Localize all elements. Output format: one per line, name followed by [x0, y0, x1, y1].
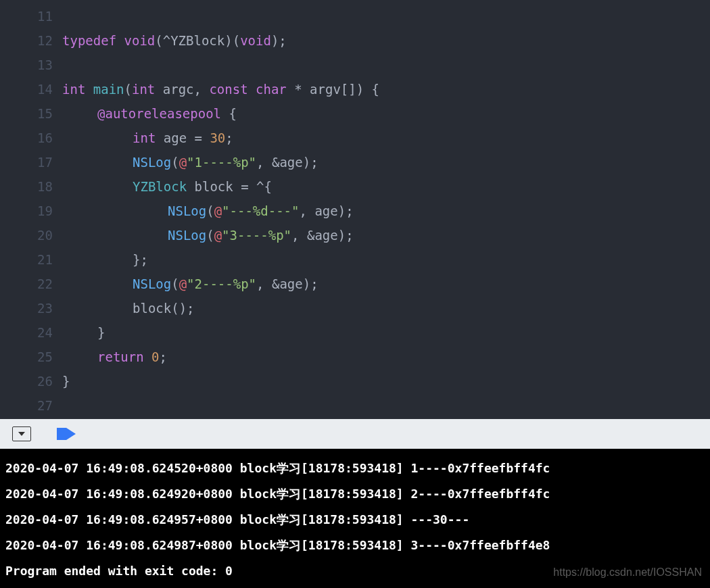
line-number: 15: [0, 101, 53, 126]
chevron-down-icon: [18, 432, 25, 436]
code-line[interactable]: };: [62, 247, 710, 272]
code-line[interactable]: int age = 30;: [62, 126, 710, 150]
code-line[interactable]: typedef void(^YZBlock)(void);: [62, 28, 710, 53]
code-editor[interactable]: 1112131415161718192021222324252627 typed…: [0, 0, 710, 419]
code-line[interactable]: NSLog(@"2----%p", &age);: [62, 272, 710, 296]
line-number: 27: [0, 393, 53, 418]
console-line: 2020-04-07 16:49:08.624520+0800 block学习[…: [5, 456, 705, 481]
line-number: 16: [0, 126, 53, 150]
code-line[interactable]: return 0;: [62, 345, 710, 369]
line-number: 21: [0, 247, 53, 272]
code-line[interactable]: [62, 53, 710, 77]
console-line: 2020-04-07 16:49:08.624987+0800 block学习[…: [5, 533, 705, 558]
line-number: 23: [0, 296, 53, 320]
line-number: 14: [0, 77, 53, 101]
code-line[interactable]: }: [62, 369, 710, 393]
code-line[interactable]: NSLog(@"3----%p", &age);: [62, 223, 710, 247]
line-number: 18: [0, 174, 53, 199]
code-line[interactable]: NSLog(@"---%d---", age);: [62, 199, 710, 223]
line-number: 12: [0, 28, 53, 53]
code-line[interactable]: @autoreleasepool {: [62, 101, 710, 126]
code-line[interactable]: [62, 393, 710, 418]
code-line[interactable]: NSLog(@"1----%p", &age);: [62, 150, 710, 174]
line-number-gutter: 1112131415161718192021222324252627: [0, 0, 62, 419]
line-number: 22: [0, 272, 53, 296]
code-line[interactable]: int main(int argc, const char * argv[]) …: [62, 77, 710, 101]
breakpoint-arrow-icon[interactable]: [66, 428, 76, 440]
line-number: 26: [0, 369, 53, 393]
code-line[interactable]: }: [62, 320, 710, 345]
line-number: 17: [0, 150, 53, 174]
debug-toolbar: [0, 419, 710, 449]
line-number: 19: [0, 199, 53, 223]
line-number: 25: [0, 345, 53, 369]
console-output[interactable]: 2020-04-07 16:49:08.624520+0800 block学习[…: [0, 449, 710, 588]
code-line[interactable]: [62, 4, 710, 28]
line-number: 20: [0, 223, 53, 247]
code-line[interactable]: YZBlock block = ^{: [62, 174, 710, 199]
watermark-text: https://blog.csdn.net/IOSSHAN: [553, 566, 702, 579]
code-line[interactable]: block();: [62, 296, 710, 320]
code-area[interactable]: typedef void(^YZBlock)(void);int main(in…: [62, 0, 710, 419]
line-number: 13: [0, 53, 53, 77]
line-number: 11: [0, 4, 53, 28]
console-line: 2020-04-07 16:49:08.624957+0800 block学习[…: [5, 507, 705, 533]
console-line: 2020-04-07 16:49:08.624920+0800 block学习[…: [5, 481, 705, 507]
line-number: 24: [0, 320, 53, 345]
dropdown-button[interactable]: [12, 426, 31, 441]
